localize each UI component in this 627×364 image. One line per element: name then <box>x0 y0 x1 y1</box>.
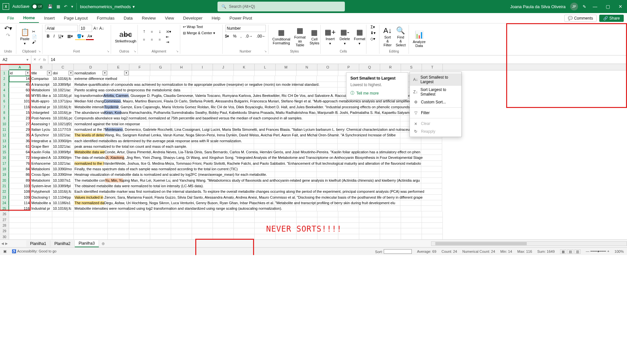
grid-icon[interactable]: ▦ <box>56 4 60 9</box>
cell[interactable]: Grape Berr <box>31 144 52 149</box>
cell[interactable] <box>108 234 129 239</box>
border-button[interactable]: ▦▾ <box>66 33 74 40</box>
cell[interactable]: normalization▾ <box>74 70 108 76</box>
cell[interactable] <box>401 234 422 239</box>
cell[interactable] <box>74 223 108 228</box>
wrap-text-button[interactable]: ↩ Wrap Text <box>183 25 203 29</box>
row-header[interactable]: 11 <box>0 127 9 132</box>
cell[interactable]: 10.1021/ac <box>52 161 74 166</box>
user-avatar[interactable]: JP <box>570 3 578 10</box>
row-header[interactable]: 5 <box>0 93 9 99</box>
cell[interactable]: Untargeted <box>31 110 52 115</box>
font-launcher-icon[interactable]: ↘ <box>107 50 109 53</box>
cell[interactable] <box>213 234 234 239</box>
cell[interactable]: 23 <box>9 115 31 121</box>
row-header[interactable]: 4 <box>0 87 9 93</box>
cell[interactable] <box>359 183 379 189</box>
cell[interactable] <box>234 223 255 228</box>
cell[interactable]: each identified metabolites as determine… <box>74 138 108 144</box>
cell[interactable]: A Synchror <box>31 132 52 138</box>
cell[interactable] <box>359 144 379 149</box>
name-box[interactable]: A2▾ <box>0 55 31 64</box>
cell[interactable]: Kaolin Folia <box>31 149 52 155</box>
cell[interactable]: 89 <box>9 178 31 183</box>
tab-power-pivot[interactable]: Power Pivot <box>226 14 256 23</box>
cell[interactable] <box>317 206 338 211</box>
cell[interactable]: 103 <box>9 183 31 189</box>
cell[interactable] <box>380 228 401 234</box>
cell[interactable] <box>150 211 171 217</box>
accounting-icon[interactable]: $▾ <box>223 33 231 39</box>
cell[interactable] <box>276 211 297 217</box>
increase-decimal-icon[interactable]: .0→ <box>244 33 254 39</box>
row-header[interactable]: 21 <box>0 183 9 189</box>
sheet-tab-3[interactable]: Planilha3 <box>75 240 99 247</box>
cell[interactable]: 10.1021/ac <box>52 87 74 93</box>
cell[interactable]: 114 <box>9 200 31 206</box>
cell[interactable]: A transcript <box>31 82 52 87</box>
coming-soon-icon[interactable]: ✎ <box>583 4 586 9</box>
page-break-view-icon[interactable]: ▥ <box>574 250 581 254</box>
cell[interactable] <box>192 223 213 228</box>
share-button[interactable]: 🔗 Share <box>599 15 624 22</box>
cell[interactable] <box>31 234 52 239</box>
cell[interactable]: 10.1021/ac <box>52 132 74 138</box>
cell[interactable] <box>379 115 400 121</box>
cell[interactable] <box>74 228 108 234</box>
cell[interactable]: peak areas normalized to the total ion c… <box>74 144 108 149</box>
redo-icon[interactable]: ▾ <box>71 4 73 9</box>
cell[interactable] <box>359 138 379 144</box>
clipboard-launcher-icon[interactable]: ↘ <box>38 50 41 53</box>
column-header-a[interactable]: A <box>9 64 31 70</box>
cell[interactable]: 109 <box>9 195 31 200</box>
tab-nav-right-icon[interactable]: ▶ <box>5 242 8 245</box>
tab-developer[interactable]: Developer <box>179 14 206 23</box>
cell[interactable]: Median fold changCommisso, Mauro, Martin… <box>74 99 108 104</box>
cell[interactable] <box>254 121 275 127</box>
underline-button[interactable]: U▾ <box>57 33 65 40</box>
increase-indent-icon[interactable]: ⇥ <box>166 40 171 44</box>
cell[interactable] <box>192 70 213 76</box>
cell[interactable] <box>400 200 421 206</box>
cell[interactable] <box>296 87 317 93</box>
align-bottom-icon[interactable]: ⤓ <box>156 29 163 37</box>
cell[interactable] <box>317 70 338 76</box>
cell[interactable] <box>296 144 317 149</box>
cell[interactable]: 10.1016/j.fc <box>52 206 74 211</box>
cell[interactable] <box>296 206 317 211</box>
cell[interactable] <box>31 223 52 228</box>
cell[interactable] <box>52 223 74 228</box>
filter-button[interactable]: ▾ <box>103 71 107 75</box>
cell[interactable] <box>380 234 401 239</box>
cell[interactable]: normalized to the iVanderWeide, Joshua, … <box>74 161 108 166</box>
find-select-button[interactable]: 🔍Find & Select <box>394 26 407 48</box>
accessibility-status[interactable]: ♿ Accessibility: Good to go <box>12 249 56 253</box>
cell[interactable] <box>192 234 213 239</box>
cell[interactable] <box>108 228 129 234</box>
cell[interactable] <box>171 217 192 223</box>
cell[interactable] <box>108 223 129 228</box>
menu-sort-asc[interactable]: A↓Sort Smallest to Largest <box>410 73 461 86</box>
cell[interactable]: 36 <box>9 138 31 144</box>
cell[interactable]: normalized against the total ion respons… <box>74 121 108 127</box>
cell[interactable] <box>421 161 442 166</box>
cell[interactable] <box>52 228 74 234</box>
cell[interactable] <box>338 234 359 239</box>
cell[interactable] <box>296 76 317 82</box>
cell[interactable] <box>275 183 296 189</box>
cell[interactable] <box>31 228 52 234</box>
cell[interactable] <box>129 70 150 76</box>
cell[interactable]: title▾ <box>31 70 52 76</box>
paste-button[interactable]: 📋Paste▾ <box>19 28 31 46</box>
cell[interactable] <box>275 144 296 149</box>
cell[interactable] <box>150 76 170 82</box>
cell[interactable]: Disclosing t <box>31 195 52 200</box>
cell[interactable]: Multi-appro <box>31 99 52 104</box>
cell[interactable] <box>400 172 421 177</box>
font-size-select[interactable] <box>79 25 92 32</box>
cell[interactable]: Metabolomi <box>31 178 52 183</box>
cell[interactable]: 10.1104/pp <box>52 195 74 200</box>
cell[interactable]: Cross-Spec <box>31 172 52 177</box>
cell[interactable]: 10.1021/ac <box>52 144 74 149</box>
cell[interactable] <box>213 223 234 228</box>
